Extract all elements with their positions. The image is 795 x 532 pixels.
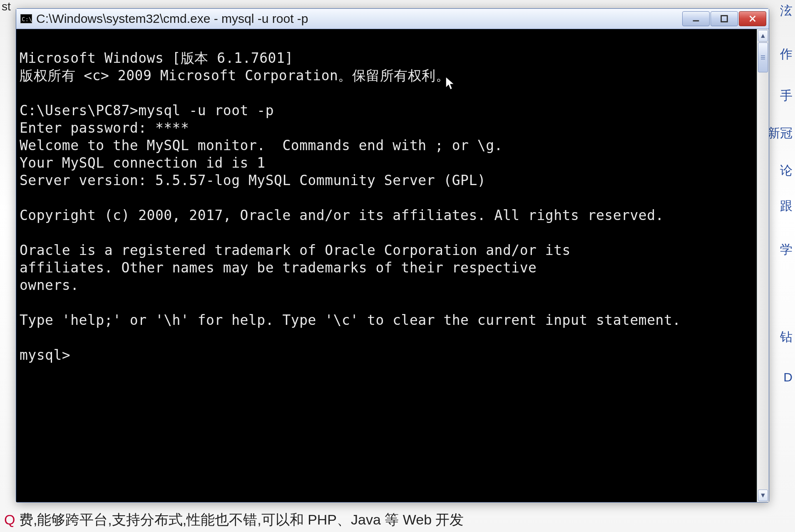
- background-text-fragment: 新冠: [768, 125, 793, 142]
- background-text-fragment: 作: [780, 46, 793, 63]
- background-text-fragment: D: [783, 370, 793, 384]
- window-title: C:\Windows\system32\cmd.exe - mysql -u r…: [36, 12, 678, 26]
- background-text-fragment: 泫: [780, 2, 793, 20]
- background-text-fragment: 钻: [780, 329, 793, 346]
- client-area: Microsoft Windows [版本 6.1.7601] 版权所有 <c>…: [16, 29, 769, 502]
- background-text-fragment: st: [2, 0, 11, 13]
- titlebar[interactable]: C:\ C:\Windows\system32\cmd.exe - mysql …: [16, 9, 769, 29]
- close-button[interactable]: [739, 11, 766, 26]
- minimize-icon: [691, 14, 701, 23]
- scroll-down-button[interactable]: ▼: [758, 490, 768, 501]
- cmd-icon: C:\: [20, 14, 32, 23]
- cmd-window[interactable]: C:\ C:\Windows\system32\cmd.exe - mysql …: [16, 8, 769, 502]
- chevron-down-icon: ▼: [760, 492, 766, 499]
- maximize-icon: [720, 14, 729, 23]
- window-controls: [682, 11, 766, 26]
- maximize-button[interactable]: [711, 11, 738, 26]
- background-text-fragment: 学: [780, 241, 793, 258]
- svg-rect-1: [721, 16, 728, 22]
- scroll-thumb[interactable]: [758, 42, 768, 72]
- terminal-output[interactable]: Microsoft Windows [版本 6.1.7601] 版权所有 <c>…: [16, 43, 757, 488]
- minimize-button[interactable]: [682, 11, 710, 26]
- svg-rect-0: [693, 20, 699, 22]
- background-bottom-text: Q 费,能够跨平台,支持分布式,性能也不错,可以和 PHP、Java 等 Web…: [4, 510, 464, 530]
- background-bottom-content: 费,能够跨平台,支持分布式,性能也不错,可以和 PHP、Java 等 Web 开…: [19, 512, 464, 527]
- background-text-fragment: 手: [780, 87, 793, 104]
- vertical-scrollbar[interactable]: ▲ ▼: [757, 29, 769, 502]
- background-text-fragment: 跟: [780, 198, 793, 215]
- scroll-up-button[interactable]: ▲: [758, 30, 768, 42]
- close-icon: [748, 14, 757, 23]
- background-text-fragment: 论: [780, 162, 793, 179]
- background-q-marker: Q: [4, 512, 15, 527]
- chevron-up-icon: ▲: [760, 32, 766, 40]
